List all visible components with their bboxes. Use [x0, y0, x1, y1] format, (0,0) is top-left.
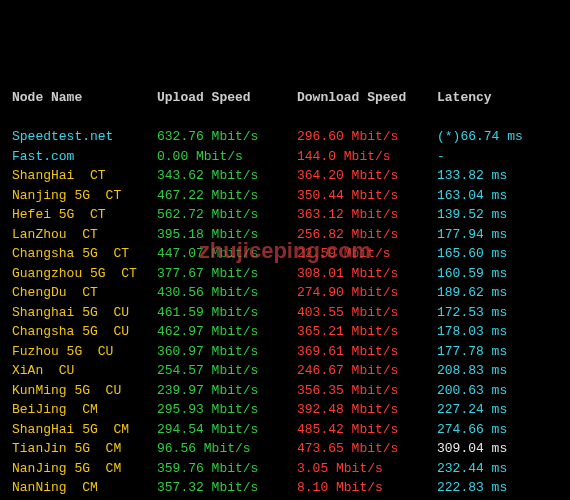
cell-down: 246.67 Mbit/s — [297, 361, 437, 381]
table-row: ShangHai CT343.62 Mbit/s364.20 Mbit/s133… — [12, 166, 558, 186]
cell-node: ShangHai 5G CM — [12, 420, 157, 440]
table-row: Changsha 5G CU462.97 Mbit/s365.21 Mbit/s… — [12, 322, 558, 342]
cell-up: 562.72 Mbit/s — [157, 205, 297, 225]
cell-down: 3.05 Mbit/s — [297, 459, 437, 479]
cell-up: 461.59 Mbit/s — [157, 303, 297, 323]
cell-lat: 163.04 ms — [437, 186, 558, 206]
cell-node: Shanghai 5G CU — [12, 303, 157, 323]
cell-up: 359.76 Mbit/s — [157, 459, 297, 479]
table-row: NanNing CM357.32 Mbit/s8.10 Mbit/s222.83… — [12, 478, 558, 498]
table-row: XiAn CU254.57 Mbit/s246.67 Mbit/s208.83 … — [12, 361, 558, 381]
cell-node: Hefei 5G CT — [12, 205, 157, 225]
table-row: Changsha 5G CT447.07 Mbit/s22.59 Mbit/s1… — [12, 244, 558, 264]
cell-node: TianJin 5G CM — [12, 439, 157, 459]
cell-node: Changsha 5G CU — [12, 322, 157, 342]
cell-up: 430.56 Mbit/s — [157, 283, 297, 303]
cell-node: Speedtest.net — [12, 127, 157, 147]
cell-lat: - — [437, 147, 558, 167]
cell-up: 294.54 Mbit/s — [157, 420, 297, 440]
cell-node: XiAn CU — [12, 361, 157, 381]
cell-down: 369.61 Mbit/s — [297, 342, 437, 362]
cell-lat: 222.83 ms — [437, 478, 558, 498]
table-row: ChengDu CT430.56 Mbit/s274.90 Mbit/s189.… — [12, 283, 558, 303]
cell-lat: 177.78 ms — [437, 342, 558, 362]
col-node: Node Name — [12, 88, 157, 108]
table-row: Fast.com0.00 Mbit/s144.0 Mbit/s- — [12, 147, 558, 167]
cell-down: 364.20 Mbit/s — [297, 166, 437, 186]
cell-lat: 309.04 ms — [437, 439, 558, 459]
cell-up: 254.57 Mbit/s — [157, 361, 297, 381]
cell-up: 96.56 Mbit/s — [157, 439, 297, 459]
cell-up: 343.62 Mbit/s — [157, 166, 297, 186]
table-row: Guangzhou 5G CT377.67 Mbit/s308.01 Mbit/… — [12, 264, 558, 284]
table-row: Fuzhou 5G CU360.97 Mbit/s369.61 Mbit/s17… — [12, 342, 558, 362]
cell-up: 295.93 Mbit/s — [157, 400, 297, 420]
table-row: NanJing 5G CM359.76 Mbit/s3.05 Mbit/s232… — [12, 459, 558, 479]
cell-lat: 177.94 ms — [437, 225, 558, 245]
cell-up: 239.97 Mbit/s — [157, 381, 297, 401]
cell-down: 473.65 Mbit/s — [297, 439, 437, 459]
cell-down: 350.44 Mbit/s — [297, 186, 437, 206]
cell-lat: 172.53 ms — [437, 303, 558, 323]
col-latency: Latency — [437, 88, 558, 108]
cell-node: Changsha 5G CT — [12, 244, 157, 264]
cell-lat: 200.63 ms — [437, 381, 558, 401]
cell-lat: 189.62 ms — [437, 283, 558, 303]
cell-down: 356.35 Mbit/s — [297, 381, 437, 401]
cell-down: 8.10 Mbit/s — [297, 478, 437, 498]
cell-lat: 139.52 ms — [437, 205, 558, 225]
cell-node: NanJing 5G CM — [12, 459, 157, 479]
cell-up: 447.07 Mbit/s — [157, 244, 297, 264]
cell-up: 467.22 Mbit/s — [157, 186, 297, 206]
cell-down: 308.01 Mbit/s — [297, 264, 437, 284]
cell-lat: 208.83 ms — [437, 361, 558, 381]
cell-node: ChengDu CT — [12, 283, 157, 303]
cell-node: LanZhou CT — [12, 225, 157, 245]
cell-down: 403.55 Mbit/s — [297, 303, 437, 323]
table-row: ShangHai 5G CM294.54 Mbit/s485.42 Mbit/s… — [12, 420, 558, 440]
cell-lat: 133.82 ms — [437, 166, 558, 186]
cell-node: KunMing 5G CU — [12, 381, 157, 401]
cell-lat: 160.59 ms — [437, 264, 558, 284]
cell-lat: 227.24 ms — [437, 400, 558, 420]
table-header: Node NameUpload SpeedDownload SpeedLaten… — [12, 88, 558, 108]
cell-up: 357.32 Mbit/s — [157, 478, 297, 498]
cell-down: 274.90 Mbit/s — [297, 283, 437, 303]
table-row: Speedtest.net632.76 Mbit/s296.60 Mbit/s(… — [12, 127, 558, 147]
cell-node: Nanjing 5G CT — [12, 186, 157, 206]
col-upload: Upload Speed — [157, 88, 297, 108]
cell-up: 395.18 Mbit/s — [157, 225, 297, 245]
cell-lat: 232.44 ms — [437, 459, 558, 479]
cell-up: 377.67 Mbit/s — [157, 264, 297, 284]
cell-node: Fast.com — [12, 147, 157, 167]
table-row: Nanjing 5G CT467.22 Mbit/s350.44 Mbit/s1… — [12, 186, 558, 206]
cell-up: 632.76 Mbit/s — [157, 127, 297, 147]
table-row: TianJin 5G CM96.56 Mbit/s473.65 Mbit/s30… — [12, 439, 558, 459]
col-download: Download Speed — [297, 88, 437, 108]
table-row: Hefei 5G CT562.72 Mbit/s363.12 Mbit/s139… — [12, 205, 558, 225]
table-row: Shanghai 5G CU461.59 Mbit/s403.55 Mbit/s… — [12, 303, 558, 323]
cell-down: 365.21 Mbit/s — [297, 322, 437, 342]
table-row: BeiJing CM295.93 Mbit/s392.48 Mbit/s227.… — [12, 400, 558, 420]
cell-down: 144.0 Mbit/s — [297, 147, 437, 167]
table-row: LanZhou CT395.18 Mbit/s256.82 Mbit/s177.… — [12, 225, 558, 245]
cell-up: 0.00 Mbit/s — [157, 147, 297, 167]
table-row: KunMing 5G CU239.97 Mbit/s356.35 Mbit/s2… — [12, 381, 558, 401]
cell-node: NanNing CM — [12, 478, 157, 498]
cell-down: 392.48 Mbit/s — [297, 400, 437, 420]
cell-node: Guangzhou 5G CT — [12, 264, 157, 284]
cell-up: 462.97 Mbit/s — [157, 322, 297, 342]
cell-node: ShangHai CT — [12, 166, 157, 186]
cell-down: 485.42 Mbit/s — [297, 420, 437, 440]
cell-lat: (*)66.74 ms — [437, 127, 558, 147]
speed-table-body: Speedtest.net632.76 Mbit/s296.60 Mbit/s(… — [12, 127, 558, 500]
cell-lat: 165.60 ms — [437, 244, 558, 264]
cell-down: 22.59 Mbit/s — [297, 244, 437, 264]
cell-up: 360.97 Mbit/s — [157, 342, 297, 362]
cell-node: BeiJing CM — [12, 400, 157, 420]
cell-lat: 178.03 ms — [437, 322, 558, 342]
cell-lat: 274.66 ms — [437, 420, 558, 440]
cell-down: 296.60 Mbit/s — [297, 127, 437, 147]
cell-node: Fuzhou 5G CU — [12, 342, 157, 362]
cell-down: 256.82 Mbit/s — [297, 225, 437, 245]
